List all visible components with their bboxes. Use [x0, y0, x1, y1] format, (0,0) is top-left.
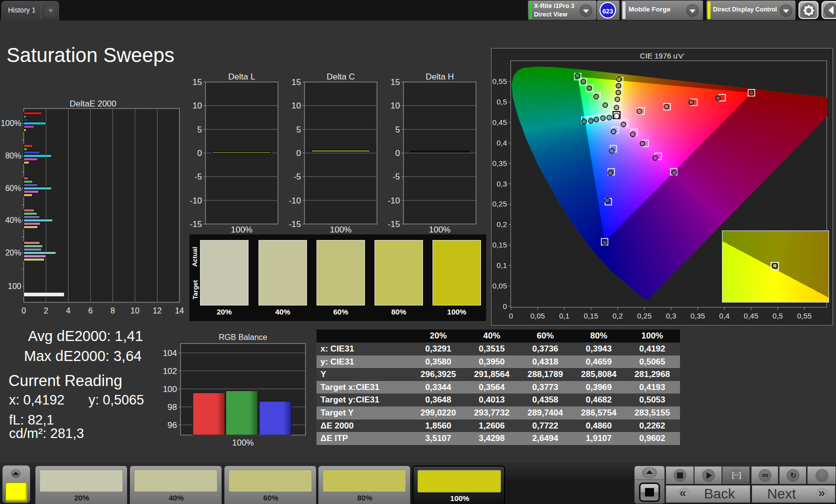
svg-text:15: 15: [192, 78, 202, 87]
svg-text:0: 0: [198, 148, 202, 158]
svg-text:-15: -15: [190, 220, 202, 229]
svg-text:5: 5: [198, 125, 202, 134]
svg-text:96: 96: [168, 420, 177, 430]
svg-text:10: 10: [130, 306, 140, 315]
svg-text:0,05: 0,05: [492, 282, 507, 290]
svg-text:10: 10: [192, 101, 202, 110]
svg-text:40%: 40%: [5, 216, 21, 224]
svg-text:0,35: 0,35: [492, 159, 507, 168]
svg-text:5: 5: [296, 125, 301, 134]
svg-text:-15: -15: [388, 220, 400, 229]
svg-text:0,5: 0,5: [772, 312, 783, 320]
svg-text:0,1: 0,1: [496, 261, 507, 270]
svg-text:0,25: 0,25: [492, 200, 507, 208]
svg-text:98: 98: [168, 402, 177, 412]
svg-text:Delta L: Delta L: [228, 72, 256, 82]
svg-text:8: 8: [110, 306, 115, 315]
svg-text:0,5: 0,5: [496, 98, 507, 106]
svg-text:0,3: 0,3: [666, 312, 676, 320]
svg-text:-15: -15: [289, 220, 301, 229]
svg-text:-10: -10: [190, 196, 202, 206]
svg-text:0: 0: [509, 312, 513, 320]
svg-text:100%: 100%: [429, 225, 450, 234]
svg-text:Delta C: Delta C: [326, 72, 355, 82]
svg-text:5: 5: [396, 125, 400, 134]
svg-text:2: 2: [44, 306, 48, 315]
svg-text:15: 15: [292, 78, 301, 87]
svg-text:80%: 80%: [5, 152, 21, 160]
svg-text:0,15: 0,15: [584, 312, 598, 320]
svg-text:0: 0: [296, 148, 301, 158]
svg-text:0,4: 0,4: [496, 138, 507, 147]
svg-text:4: 4: [66, 306, 70, 315]
svg-text:10: 10: [390, 101, 400, 110]
svg-text:0,45: 0,45: [492, 118, 507, 126]
svg-text:15: 15: [390, 78, 400, 87]
svg-text:100: 100: [8, 282, 22, 290]
svg-text:100%: 100%: [232, 438, 254, 448]
svg-text:0,35: 0,35: [690, 312, 705, 320]
svg-text:6: 6: [88, 306, 93, 315]
svg-text:0,2: 0,2: [496, 220, 507, 228]
svg-text:0,55: 0,55: [797, 312, 812, 320]
svg-text:0,15: 0,15: [492, 240, 507, 249]
svg-text:14: 14: [175, 306, 184, 315]
svg-text:-10: -10: [289, 196, 301, 206]
svg-text:RGB Balance: RGB Balance: [219, 333, 268, 342]
svg-text:-5: -5: [194, 172, 202, 182]
svg-text:0,55: 0,55: [492, 77, 507, 86]
svg-text:100%: 100%: [231, 225, 252, 234]
svg-text:10: 10: [292, 101, 301, 110]
svg-text:60%: 60%: [5, 184, 21, 192]
svg-text:0,3: 0,3: [496, 180, 507, 188]
svg-text:-10: -10: [388, 196, 400, 206]
svg-text:100%: 100%: [1, 119, 22, 128]
svg-text:0,2: 0,2: [612, 312, 623, 320]
svg-text:-5: -5: [294, 172, 301, 182]
svg-text:12: 12: [153, 306, 162, 315]
svg-text:0,45: 0,45: [744, 312, 758, 320]
svg-text:0,4: 0,4: [719, 312, 730, 320]
svg-text:0,05: 0,05: [530, 312, 545, 320]
svg-text:DeltaE 2000: DeltaE 2000: [70, 99, 116, 108]
svg-text:0,1: 0,1: [559, 312, 570, 320]
svg-text:0: 0: [22, 306, 26, 315]
svg-text:0,25: 0,25: [637, 312, 652, 320]
svg-text:0: 0: [396, 148, 400, 158]
svg-text:0: 0: [503, 302, 507, 310]
svg-text:100: 100: [163, 384, 177, 394]
svg-text:20%: 20%: [5, 248, 21, 257]
svg-text:102: 102: [163, 366, 177, 376]
svg-text:104: 104: [163, 348, 177, 358]
svg-text:-5: -5: [392, 172, 400, 182]
svg-text:Delta H: Delta H: [426, 72, 454, 82]
svg-text:100%: 100%: [330, 225, 352, 234]
